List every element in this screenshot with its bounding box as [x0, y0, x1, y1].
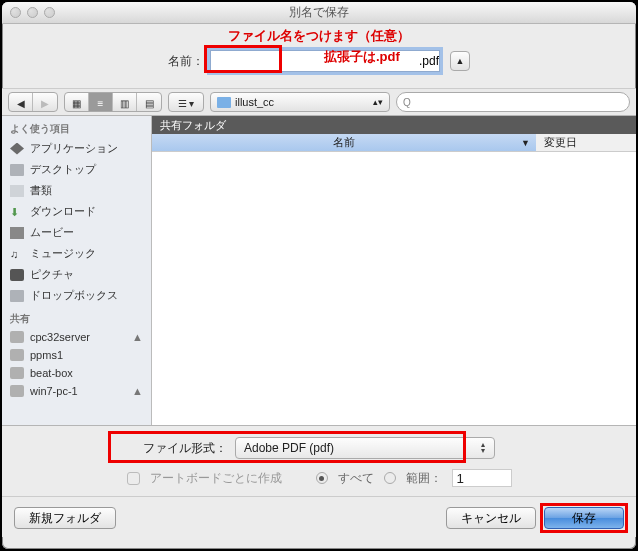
file-list-empty[interactable] [152, 152, 636, 425]
sort-arrow-icon: ▼ [521, 138, 530, 148]
radio-range[interactable] [384, 472, 396, 484]
zoom-icon[interactable] [44, 7, 55, 18]
file-list-pane: 共有フォルダ 名前 ▼ 変更日 [152, 116, 636, 425]
format-label: ファイル形式： [143, 440, 227, 457]
sidebar-item-downloads[interactable]: ⬇ ダウンロード [2, 201, 151, 222]
eject-icon[interactable]: ▲ [132, 385, 143, 397]
view-icon-list[interactable]: ≡ [89, 93, 113, 112]
shared-folder-bar: 共有フォルダ [152, 116, 636, 134]
sidebar-item-label: デスクトップ [30, 162, 96, 177]
forward-button[interactable]: ▶ [33, 93, 57, 112]
radio-range-label: 範囲： [406, 470, 442, 487]
sidebar-item-label: ドロップボックス [30, 288, 118, 303]
sidebar-item-label: beat-box [30, 367, 73, 379]
download-icon: ⬇ [10, 206, 24, 218]
sidebar-item-label: ppms1 [30, 349, 63, 361]
annotation-extension: 拡張子は.pdf [324, 48, 400, 66]
search-icon: Q [403, 97, 411, 108]
column-header-date-label: 変更日 [544, 135, 577, 150]
annotation-filename: ファイル名をつけます（任意） [228, 27, 410, 45]
sidebar-item-label: cpc32server [30, 331, 90, 343]
sidebar-item-desktop[interactable]: デスクトップ [2, 159, 151, 180]
new-folder-button[interactable]: 新規フォルダ [14, 507, 116, 529]
column-header-row: 名前 ▼ 変更日 [152, 134, 636, 152]
minimize-icon[interactable] [27, 7, 38, 18]
file-browser: よく使う項目 アプリケーション デスクトップ 書類 ⬇ ダウンロード ムービー [2, 116, 636, 426]
expand-button[interactable]: ▲ [450, 51, 470, 71]
cancel-button[interactable]: キャンセル [446, 507, 536, 529]
search-input[interactable]: Q [396, 92, 630, 112]
sidebar-item-server[interactable]: win7-pc-1 ▲ [2, 382, 151, 400]
shared-folder-label: 共有フォルダ [160, 118, 226, 133]
arrange-dropdown[interactable]: ☰ ▾ [168, 92, 204, 112]
toolbar: ◀ ▶ ▦ ≡ ▥ ▤ ☰ ▾ illust_cc ▴▾ Q [2, 88, 636, 116]
window-title: 別名で保存 [289, 4, 349, 21]
sidebar-item-label: ミュージック [30, 246, 96, 261]
arrange-icon: ☰ ▾ [169, 93, 203, 112]
action-row: 新規フォルダ キャンセル 保存 [14, 503, 624, 529]
sidebar-item-server[interactable]: ppms1 [2, 346, 151, 364]
sidebar-item-server[interactable]: beat-box [2, 364, 151, 382]
sidebar-item-label: ダウンロード [30, 204, 96, 219]
artboard-checkbox[interactable] [127, 472, 140, 485]
sidebar-item-label: ピクチャ [30, 267, 74, 282]
column-header-name-label: 名前 [333, 135, 355, 150]
format-dropdown[interactable]: Adobe PDF (pdf) ▴▾ [235, 437, 495, 459]
filename-label: 名前： [168, 53, 204, 70]
sidebar-header-favorites: よく使う項目 [2, 116, 151, 138]
artboard-options-row: アートボードごとに作成 すべて 範囲： [14, 466, 624, 490]
folder-icon [10, 290, 24, 302]
artboard-label: アートボードごとに作成 [150, 470, 282, 487]
traffic-lights [10, 7, 55, 18]
sidebar-item-dropbox[interactable]: ドロップボックス [2, 285, 151, 306]
range-input[interactable] [452, 469, 512, 487]
eject-icon[interactable]: ▲ [132, 331, 143, 343]
chevron-updown-icon: ▴▾ [373, 97, 383, 107]
sidebar-header-shared: 共有 [2, 306, 151, 328]
sidebar-item-applications[interactable]: アプリケーション [2, 138, 151, 159]
back-button[interactable]: ◀ [9, 93, 33, 112]
divider [2, 496, 636, 497]
sidebar-item-label: win7-pc-1 [30, 385, 78, 397]
chevron-updown-icon: ▴▾ [476, 442, 490, 454]
view-icon-columns[interactable]: ▥ [113, 93, 137, 112]
save-as-window: 別名で保存 ファイル名をつけます（任意） 名前： ▲ 拡張子は.pdf ◀ ▶ … [2, 2, 636, 549]
close-icon[interactable] [10, 7, 21, 18]
sidebar: よく使う項目 アプリケーション デスクトップ 書類 ⬇ ダウンロード ムービー [2, 116, 152, 425]
sidebar-item-music[interactable]: ♫ ミュージック [2, 243, 151, 264]
format-row: ファイル形式： Adobe PDF (pdf) ▴▾ [14, 434, 624, 462]
nav-back-fwd: ◀ ▶ [8, 92, 58, 112]
format-value: Adobe PDF (pdf) [244, 441, 334, 455]
pictures-icon [10, 269, 24, 281]
sidebar-item-movies[interactable]: ムービー [2, 222, 151, 243]
server-icon [10, 385, 24, 397]
path-dropdown[interactable]: illust_cc ▴▾ [210, 92, 390, 112]
sidebar-item-label: 書類 [30, 183, 52, 198]
filename-row: 名前： ▲ [2, 48, 636, 74]
view-icon-grid[interactable]: ▦ [65, 93, 89, 112]
music-icon: ♫ [10, 248, 24, 260]
view-mode-segment: ▦ ≡ ▥ ▤ [64, 92, 162, 112]
movie-icon [10, 227, 24, 239]
sidebar-item-label: ムービー [30, 225, 74, 240]
view-icon-coverflow[interactable]: ▤ [137, 93, 161, 112]
folder-icon [217, 97, 231, 108]
sidebar-item-pictures[interactable]: ピクチャ [2, 264, 151, 285]
sidebar-item-documents[interactable]: 書類 [2, 180, 151, 201]
column-header-date[interactable]: 変更日 [536, 134, 636, 151]
save-button[interactable]: 保存 [544, 507, 624, 529]
document-icon [10, 185, 24, 197]
applications-icon [10, 143, 24, 155]
titlebar: 別名で保存 [2, 2, 636, 24]
radio-all[interactable] [316, 472, 328, 484]
bottom-panel: ファイル形式： Adobe PDF (pdf) ▴▾ アートボードごとに作成 す… [2, 426, 636, 537]
sidebar-item-label: アプリケーション [30, 141, 118, 156]
server-icon [10, 349, 24, 361]
radio-all-label: すべて [338, 470, 374, 487]
column-header-name[interactable]: 名前 ▼ [152, 134, 536, 151]
folder-icon [10, 164, 24, 176]
server-icon [10, 331, 24, 343]
sidebar-item-server[interactable]: cpc32server ▲ [2, 328, 151, 346]
server-icon [10, 367, 24, 379]
path-folder-label: illust_cc [235, 96, 274, 108]
